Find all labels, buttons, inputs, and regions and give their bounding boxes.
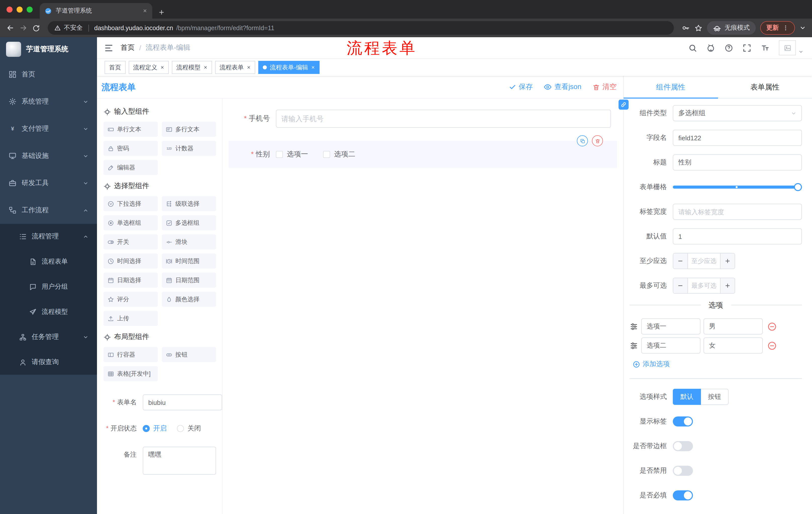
disabled-toggle[interactable] — [673, 466, 693, 476]
phone-input[interactable] — [276, 110, 611, 128]
tag-process-model[interactable]: 流程模型 — [172, 61, 212, 74]
component-editor[interactable]: 编辑器 — [104, 160, 158, 175]
component-time-picker[interactable]: 时间选择 — [104, 253, 158, 269]
component-textarea[interactable]: 多行文本 — [162, 122, 216, 137]
remove-option-button[interactable] — [767, 322, 777, 331]
copy-widget-button[interactable] — [577, 135, 588, 146]
component-rate[interactable]: 评分 — [104, 292, 158, 307]
sidebar-item-payment-management[interactable]: 支付管理 — [0, 115, 97, 142]
option-label-input[interactable] — [641, 337, 700, 354]
zoom-window-button[interactable] — [27, 6, 33, 12]
component-switch[interactable]: 开关 — [104, 234, 158, 249]
back-icon[interactable] — [6, 24, 14, 32]
add-option-button[interactable]: 添加选项 — [633, 360, 802, 369]
tab-component-props[interactable]: 组件属性 — [624, 76, 718, 98]
reload-icon[interactable] — [32, 24, 40, 32]
title-input[interactable] — [673, 154, 802, 170]
browser-tab[interactable]: 芋道管理系统 — [40, 3, 152, 19]
tag-close-icon[interactable] — [203, 65, 207, 70]
sidebar-item-process-form[interactable]: 流程表单 — [0, 249, 97, 274]
sidebar-logo[interactable]: 芋道管理系统 — [0, 37, 97, 61]
min-select-value[interactable]: 至少应选 — [688, 253, 720, 269]
component-row-container[interactable]: 行容器 — [104, 347, 158, 362]
security-warning-icon[interactable] — [54, 25, 61, 31]
max-select-value[interactable]: 最多可选 — [688, 278, 720, 293]
address-bar[interactable]: 不安全 dashboard.yudao.iocoder.cn/bpm/manag… — [48, 21, 674, 35]
component-upload[interactable]: 上传 — [104, 311, 158, 326]
sidebar-item-dev-tools[interactable]: 研发工具 — [0, 169, 97, 197]
component-radio-group[interactable]: 单选框组 — [104, 215, 158, 231]
component-select[interactable]: 下拉选择 — [104, 196, 158, 211]
style-button-button[interactable]: 按钮 — [701, 389, 729, 405]
sidebar-item-user-groups[interactable]: 用户分组 — [0, 274, 97, 299]
font-size-icon[interactable] — [761, 44, 769, 52]
browser-menu-icon[interactable] — [782, 25, 789, 31]
status-radio-off[interactable]: 关闭 — [177, 424, 201, 433]
stepper-increase-button[interactable] — [720, 278, 735, 293]
security-label[interactable]: 不安全 — [64, 24, 83, 32]
component-date-picker[interactable]: 日期选择 — [104, 273, 158, 288]
github-icon[interactable] — [706, 44, 715, 52]
sidebar-item-home[interactable]: 首页 — [0, 61, 97, 88]
component-single-text[interactable]: 单行文本 — [104, 122, 158, 137]
component-type-select[interactable]: 多选框组 — [673, 105, 802, 121]
stepper-decrease-button[interactable] — [673, 278, 688, 293]
avatar[interactable] — [779, 40, 796, 55]
style-default-button[interactable]: 默认 — [673, 389, 701, 405]
component-date-range[interactable]: 日期范围 — [162, 273, 216, 288]
clear-button[interactable]: 清空 — [592, 82, 616, 91]
tag-process-form[interactable]: 流程表单 — [215, 61, 255, 74]
sidebar-item-task-management[interactable]: 任务管理 — [0, 324, 97, 350]
gender-option-1[interactable]: 选项一 — [276, 150, 308, 159]
gender-option-2[interactable]: 选项二 — [323, 150, 355, 159]
option-value-input[interactable] — [703, 318, 763, 334]
slider-track[interactable] — [673, 186, 798, 189]
save-button[interactable]: 保存 — [509, 82, 533, 91]
sidebar-item-process-model[interactable]: 流程模型 — [0, 299, 97, 324]
link-icon[interactable] — [618, 100, 629, 110]
sidebar-item-leave-query[interactable]: 请假查询 — [0, 350, 97, 375]
canvas-field-phone[interactable]: 手机号 — [229, 106, 617, 132]
label-width-input[interactable] — [673, 204, 802, 220]
breadcrumb-home[interactable]: 首页 — [121, 43, 135, 52]
browser-update-button[interactable]: 更新 — [760, 21, 795, 35]
option-label-input[interactable] — [641, 318, 700, 334]
tag-process-form-edit[interactable]: 流程表单-编辑 — [258, 61, 320, 74]
tag-close-icon[interactable] — [311, 65, 315, 70]
default-value-input[interactable] — [673, 228, 802, 244]
tag-close-icon[interactable] — [160, 65, 164, 70]
tab-form-props[interactable]: 表单属性 — [718, 76, 812, 98]
sidebar-toggle-icon[interactable] — [97, 43, 121, 53]
tag-process-definition[interactable]: 流程定义 — [128, 61, 169, 74]
tab-close-icon[interactable] — [143, 8, 147, 13]
close-window-button[interactable] — [6, 6, 12, 12]
option-value-input[interactable] — [703, 337, 763, 354]
component-button[interactable]: 按钮 — [162, 347, 216, 362]
checkbox-box[interactable] — [323, 151, 330, 158]
new-tab-button[interactable] — [158, 9, 165, 16]
component-time-range[interactable]: 时间范围 — [162, 253, 216, 269]
stepper-increase-button[interactable] — [720, 253, 735, 269]
form-name-input[interactable] — [143, 394, 222, 410]
view-json-button[interactable]: 查看json — [544, 82, 581, 91]
bookmark-star-icon[interactable] — [694, 24, 702, 32]
user-avatar-menu[interactable] — [779, 40, 804, 55]
toolbar-chevron-down-icon[interactable] — [800, 25, 806, 31]
component-cascader[interactable]: 级联选择 — [162, 196, 216, 211]
sidebar-item-workflow[interactable]: 工作流程 — [0, 197, 97, 224]
search-icon[interactable] — [688, 44, 697, 52]
component-table[interactable]: 表格[开发中] — [104, 366, 158, 381]
checkbox-box[interactable] — [276, 151, 283, 158]
component-slider[interactable]: 滑块 — [162, 234, 216, 249]
help-icon[interactable] — [725, 44, 733, 52]
sidebar-item-system-management[interactable]: 系统管理 — [0, 88, 97, 115]
canvas-field-gender-selected[interactable]: 性别 选项一 选项二 — [229, 141, 617, 168]
status-radio-on[interactable]: 开启 — [143, 424, 167, 433]
remove-option-button[interactable] — [767, 341, 777, 350]
stepper-decrease-button[interactable] — [673, 253, 688, 269]
tag-home[interactable]: 首页 — [105, 61, 126, 74]
drag-handle-icon[interactable] — [630, 322, 638, 331]
tag-close-icon[interactable] — [247, 65, 251, 70]
delete-widget-button[interactable] — [592, 135, 603, 146]
drag-handle-icon[interactable] — [630, 341, 638, 350]
